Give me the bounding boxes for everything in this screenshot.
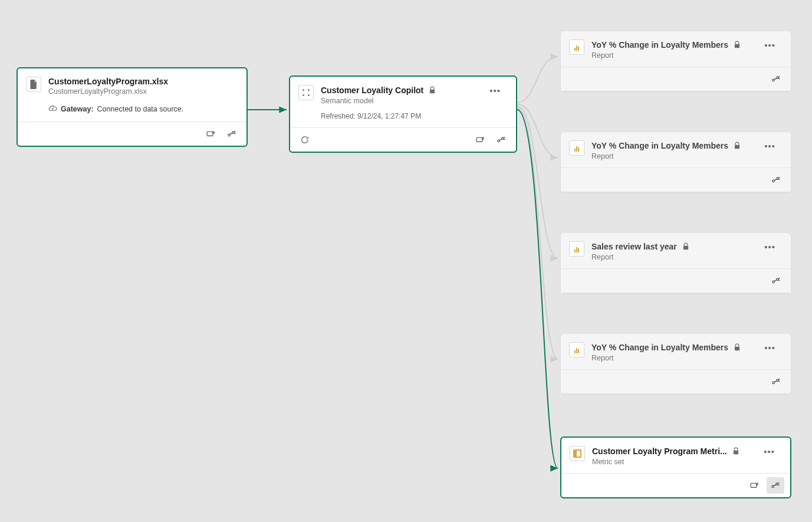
node-title: Sales review last year bbox=[591, 242, 677, 251]
lock-icon bbox=[680, 241, 691, 252]
node-title: YoY % Change in Loyalty Members bbox=[591, 343, 728, 352]
lock-icon bbox=[732, 342, 742, 353]
impact-analysis-icon[interactable] bbox=[202, 126, 219, 142]
show-lineage-icon[interactable] bbox=[492, 132, 510, 148]
impact-analysis-icon[interactable] bbox=[745, 477, 763, 494]
svg-rect-13 bbox=[735, 44, 739, 48]
node-subtitle: Report bbox=[591, 253, 750, 261]
node-subtitle: Metric set bbox=[592, 458, 749, 466]
show-lineage-icon[interactable] bbox=[767, 172, 785, 188]
report-icon bbox=[574, 44, 579, 51]
svg-rect-25 bbox=[734, 451, 738, 454]
show-lineage-icon[interactable] bbox=[223, 126, 241, 142]
svg-point-5 bbox=[308, 89, 310, 91]
svg-rect-16 bbox=[735, 145, 739, 149]
semantic-model-icon bbox=[298, 85, 314, 100]
report-icon bbox=[574, 145, 579, 152]
impact-analysis-icon[interactable] bbox=[471, 132, 489, 148]
more-options-icon[interactable]: ••• bbox=[757, 242, 783, 251]
lock-icon bbox=[732, 40, 742, 50]
show-lineage-icon[interactable] bbox=[767, 71, 785, 87]
node-metric-set[interactable]: Customer Loyalty Program Metri...Metric … bbox=[560, 436, 791, 498]
show-lineage-icon[interactable] bbox=[767, 273, 785, 289]
node-title: YoY % Change in Loyalty Members bbox=[591, 40, 728, 50]
show-lineage-icon[interactable] bbox=[767, 477, 784, 494]
report-icon bbox=[574, 246, 579, 252]
svg-rect-8 bbox=[430, 90, 435, 93]
refresh-icon[interactable] bbox=[296, 132, 314, 148]
node-report[interactable]: YoY % Change in Loyalty MembersReport••• bbox=[560, 333, 791, 394]
node-report[interactable]: YoY % Change in Loyalty MembersReport••• bbox=[560, 31, 791, 91]
gateway-status: Gateway: Connected to data source. bbox=[48, 104, 238, 114]
node-report[interactable]: YoY % Change in Loyalty MembersReport••• bbox=[560, 132, 791, 192]
node-subtitle: Report bbox=[591, 354, 750, 362]
svg-point-4 bbox=[303, 89, 304, 91]
svg-point-6 bbox=[303, 94, 304, 96]
node-title: Customer Loyalty Program Metri... bbox=[592, 447, 727, 456]
svg-rect-22 bbox=[735, 347, 739, 350]
node-subtitle: Report bbox=[591, 152, 750, 160]
cloud-check-icon bbox=[48, 104, 57, 114]
lock-icon bbox=[732, 140, 742, 151]
svg-rect-0 bbox=[207, 132, 213, 136]
refreshed-timestamp: Refreshed: 9/12/24, 1:27:47 PM bbox=[321, 112, 475, 120]
more-options-icon[interactable]: ••• bbox=[757, 447, 782, 456]
node-subtitle: CustomerLoyaltyProgram.xlsx bbox=[48, 87, 238, 96]
more-options-icon[interactable]: ••• bbox=[757, 142, 783, 150]
more-options-icon[interactable]: ••• bbox=[757, 343, 783, 352]
report-icon bbox=[574, 347, 579, 353]
node-subtitle: Semantic model bbox=[321, 97, 475, 105]
node-title: Customer Loyality Copilot bbox=[321, 86, 423, 95]
lock-icon bbox=[427, 85, 438, 96]
node-title: CustomerLoyaltyProgram.xlsx bbox=[48, 77, 168, 86]
node-subtitle: Report bbox=[591, 51, 750, 60]
lock-icon bbox=[731, 446, 741, 457]
svg-rect-9 bbox=[476, 137, 482, 142]
node-title: YoY % Change in Loyalty Members bbox=[591, 141, 728, 150]
more-options-icon[interactable]: ••• bbox=[482, 86, 508, 95]
svg-rect-19 bbox=[683, 246, 688, 249]
svg-point-7 bbox=[308, 94, 310, 96]
node-source-file[interactable]: CustomerLoyaltyProgram.xlsx CustomerLoya… bbox=[17, 67, 248, 147]
more-options-icon[interactable]: ••• bbox=[757, 41, 783, 50]
node-report[interactable]: Sales review last yearReport••• bbox=[560, 232, 791, 293]
lineage-canvas[interactable]: CustomerLoyaltyProgram.xlsx CustomerLoya… bbox=[0, 0, 812, 522]
show-lineage-icon[interactable] bbox=[767, 373, 785, 390]
metric-set-icon bbox=[573, 449, 581, 458]
svg-rect-26 bbox=[751, 483, 757, 487]
node-semantic-model[interactable]: Customer Loyality Copilot Semantic model… bbox=[289, 75, 517, 153]
file-icon bbox=[26, 77, 41, 92]
